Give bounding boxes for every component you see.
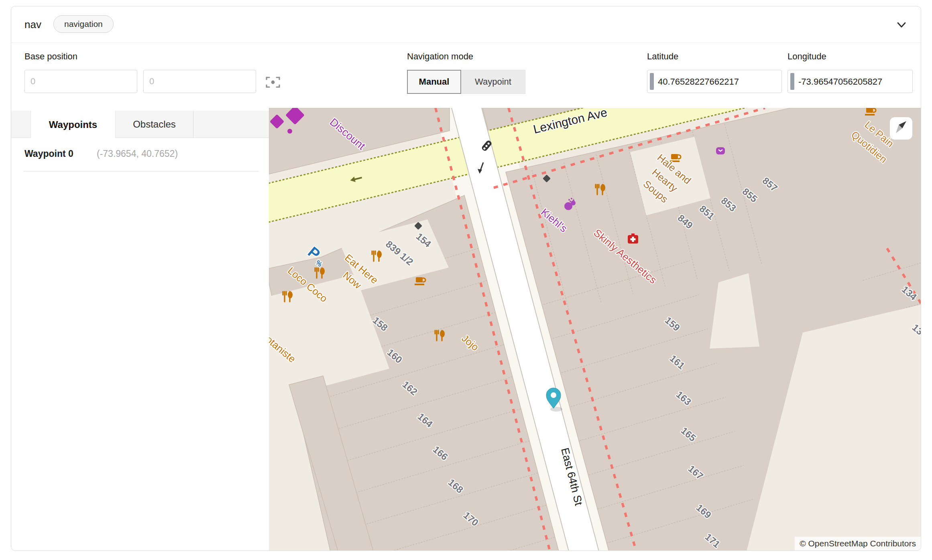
page-title: nav (24, 18, 41, 31)
base-position-x-input[interactable] (24, 70, 137, 93)
pdot-icon (287, 129, 292, 134)
longitude-drag-handle[interactable] (790, 73, 794, 90)
clothes-icon (716, 147, 725, 154)
longitude-label: Longitude (788, 51, 826, 62)
crosshair-icon (265, 75, 281, 89)
latitude-drag-handle[interactable] (650, 73, 654, 90)
tab-bar: Waypoints Obstacles (11, 111, 269, 138)
tab-obstacles[interactable]: Obstacles (116, 111, 193, 138)
compass-button[interactable] (889, 117, 913, 140)
base-position-label: Base position (24, 51, 77, 62)
longitude-input[interactable] (798, 70, 911, 93)
tab-waypoints[interactable]: Waypoints (31, 111, 116, 139)
base-position-y-input[interactable] (143, 70, 256, 93)
mode-manual-button[interactable]: Manual (407, 70, 461, 94)
latitude-field (647, 70, 782, 93)
navigation-mode-toggle: Manual Waypoint (407, 70, 525, 94)
collapse-button[interactable] (894, 18, 909, 32)
mode-waypoint-button[interactable]: Waypoint (461, 70, 525, 94)
map-container[interactable]: P%DiscountLexington AveEast 64th StHale … (269, 108, 921, 550)
latitude-label: Latitude (647, 51, 678, 62)
navigation-mode-label: Navigation mode (407, 51, 473, 62)
pick-position-button[interactable] (265, 75, 281, 89)
card-header: nav navigation (11, 6, 921, 43)
waypoint-list-empty-area (11, 172, 269, 550)
latitude-input[interactable] (657, 70, 780, 93)
chevron-down-icon (894, 18, 909, 32)
compass-needle-icon (890, 117, 912, 139)
waypoint-name: Waypoint 0 (24, 148, 73, 159)
navigation-badge: navigation (53, 15, 114, 33)
nav-card: nav navigation Base position Navigation … (11, 6, 921, 551)
map-canvas[interactable]: P%DiscountLexington AveEast 64th StHale … (269, 108, 921, 550)
longitude-field (788, 70, 913, 93)
cafe-icon (865, 108, 876, 116)
map-attribution: © OpenStreetMap Contributors (795, 537, 921, 550)
waypoint-coordinates: (-73.9654, 40.7652) (97, 148, 178, 159)
waypoint-list-item[interactable]: Waypoint 0 (-73.9654, 40.7652) (11, 138, 269, 172)
